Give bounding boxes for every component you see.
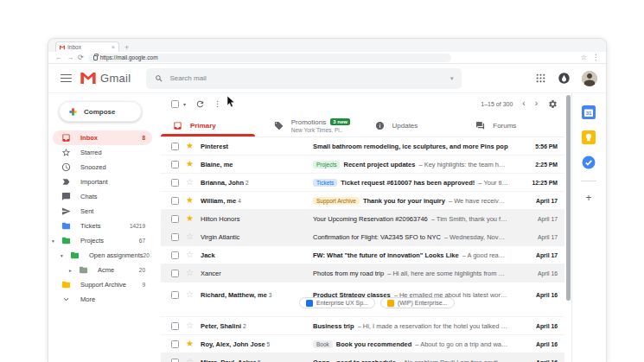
keep-icon[interactable]	[582, 130, 596, 144]
reload-icon[interactable]: ⟳	[78, 54, 84, 61]
sidebar-item-more[interactable]: More	[48, 292, 152, 307]
label-chip[interactable]: Projects	[313, 161, 340, 168]
tab-primary[interactable]: Primary	[161, 114, 262, 137]
address-bar[interactable]: https://mail.google.com	[88, 54, 451, 62]
email-row[interactable]: ☆Mizra, Paul, Asker5Oops... need to resc…	[161, 353, 564, 362]
email-checkbox[interactable]	[171, 251, 179, 259]
email-row[interactable]: ☆Richard, Matthew, me3Product Strategy c…	[161, 283, 564, 317]
email-subject: Small bathroom remodeling, ice sculpture…	[313, 143, 508, 150]
select-caret-icon[interactable]: ▾	[183, 101, 186, 107]
email-sender: Virgin Atlantic	[201, 233, 307, 241]
search-bar[interactable]: ▾	[146, 68, 462, 89]
email-checkbox[interactable]	[171, 322, 179, 330]
tab-promotions[interactable]: Promotions3 newNew York Times, Pi..	[262, 114, 363, 137]
tab-updates[interactable]: Updates	[363, 114, 464, 137]
expand-caret-icon[interactable]: ▾	[52, 238, 59, 244]
profile-avatar[interactable]	[582, 71, 597, 86]
compose-button[interactable]: Compose	[59, 101, 142, 122]
email-sender: Pinterest	[201, 143, 307, 150]
newer-page-icon[interactable]: ‹	[522, 99, 525, 108]
select-all-checkbox[interactable]	[171, 100, 179, 108]
email-checkbox[interactable]	[171, 197, 179, 205]
settings-gear-icon[interactable]	[547, 98, 558, 109]
scrollbar-thumb[interactable]	[566, 95, 571, 301]
email-checkbox[interactable]	[171, 233, 179, 241]
forward-icon[interactable]: →	[67, 54, 73, 61]
new-tab-button[interactable]: +	[124, 43, 129, 52]
sidebar-item-important[interactable]: Important	[48, 175, 152, 189]
email-row[interactable]: ★Roy, Alex, John Jose5BookBook you recom…	[161, 335, 564, 353]
browser-tab[interactable]: Inbox ×	[55, 41, 119, 52]
expand-caret-icon[interactable]: ▸	[69, 268, 76, 273]
clock-icon	[61, 162, 71, 173]
star-toggle-icon[interactable]: ☆	[185, 269, 194, 277]
star-toggle-icon[interactable]: ★	[185, 214, 194, 223]
sidebar-item-projects[interactable]: ▾Projects67	[48, 233, 152, 248]
sidebar-item-chats[interactable]: Chats	[48, 189, 152, 204]
tab-forums[interactable]: Forums	[463, 114, 564, 137]
email-subject: Book you recommended	[336, 340, 412, 348]
email-row[interactable]: ☆Peter, Shalini2Business trip– Hi, I mad…	[161, 317, 564, 335]
email-checkbox[interactable]	[171, 143, 179, 150]
bookmark-icon[interactable]: ☆	[581, 54, 587, 61]
search-options-caret-icon[interactable]: ▾	[450, 75, 454, 82]
email-row[interactable]: ★Blaine, meProjectsRecent project update…	[161, 156, 564, 174]
sidebar-item-sent[interactable]: Sent	[48, 204, 152, 219]
attachment-chip[interactable]: (WIP) Enterprise...	[380, 297, 455, 308]
star-toggle-icon[interactable]: ★	[185, 196, 194, 205]
apps-grid-icon[interactable]	[535, 73, 546, 84]
star-toggle-icon[interactable]: ★	[185, 160, 194, 168]
older-page-icon[interactable]: ›	[535, 99, 538, 108]
star-toggle-icon[interactable]: ★	[185, 142, 194, 150]
get-addons-icon[interactable]: +	[585, 193, 591, 203]
email-row[interactable]: ☆Brianna, John2TicketsTicket request #61…	[161, 174, 564, 192]
calendar-icon[interactable]: 31	[582, 105, 596, 119]
email-row[interactable]: ★William, me4Support ArchiveThank you fo…	[161, 192, 564, 210]
back-icon[interactable]: ←	[55, 54, 62, 61]
label-chip[interactable]: Support Archive	[313, 197, 360, 205]
label-chip[interactable]: Tickets	[313, 179, 337, 187]
gmail-logo: Gmail	[80, 72, 131, 85]
header-circle-icon[interactable]	[558, 72, 571, 85]
email-row[interactable]: ☆Virgin AtlanticConfirmation for Flight:…	[161, 228, 564, 246]
sidebar-item-support-archive[interactable]: Support Archive9	[48, 277, 152, 292]
hamburger-menu-icon[interactable]	[61, 74, 72, 83]
email-snippet: – Hi, I made a reservation for the hotel…	[358, 322, 508, 330]
star-toggle-icon[interactable]: ☆	[185, 251, 194, 259]
email-checkbox[interactable]	[171, 270, 179, 277]
search-input[interactable]	[169, 74, 443, 82]
star-toggle-icon[interactable]: ☆	[185, 321, 194, 330]
label-chip[interactable]: Book	[313, 340, 333, 348]
email-checkbox[interactable]	[171, 161, 179, 168]
email-row[interactable]: ☆JackFW: What "the future of innovation"…	[161, 246, 564, 264]
more-options-icon[interactable]: ⋮	[214, 99, 221, 108]
sidebar-item-acme[interactable]: ▸Acme20	[48, 263, 152, 277]
tasks-icon[interactable]	[582, 156, 596, 169]
star-icon	[61, 148, 71, 158]
refresh-icon[interactable]	[194, 98, 205, 109]
expand-caret-icon[interactable]: ▾	[61, 253, 67, 258]
sidebar: Compose Inbox8StarredSnoozedImportantCha…	[48, 93, 161, 362]
star-toggle-icon[interactable]: ☆	[185, 358, 194, 362]
email-checkbox[interactable]	[171, 359, 179, 362]
inbox-icon	[173, 120, 183, 130]
sidebar-item-tickets[interactable]: Tickets14219	[48, 219, 152, 233]
main-area: ▾ ⋮ 1–15 of 300 ‹ › PrimaryPromotions3 n…	[161, 93, 564, 362]
attachment-chip[interactable]: Enterprise UX Sp...	[299, 297, 375, 308]
browser-menu-icon[interactable]: ⋮	[592, 54, 599, 61]
sidebar-item-starred[interactable]: Starred	[48, 145, 152, 160]
star-toggle-icon[interactable]: ☆	[185, 232, 194, 241]
sidebar-item-open-assignments[interactable]: ▾Open assignments20	[48, 248, 152, 263]
star-toggle-icon[interactable]: ★	[185, 340, 194, 348]
email-row[interactable]: ★PinterestSmall bathroom remodeling, ice…	[161, 137, 564, 156]
star-toggle-icon[interactable]: ☆	[185, 178, 194, 187]
email-row[interactable]: ★Hilton HonorsYour Upcoming Reservation …	[161, 210, 564, 228]
email-checkbox[interactable]	[171, 340, 179, 348]
close-tab-icon[interactable]: ×	[112, 44, 115, 50]
email-checkbox[interactable]	[171, 215, 179, 223]
sidebar-item-snoozed[interactable]: Snoozed	[48, 160, 152, 175]
sidebar-item-inbox[interactable]: Inbox8	[53, 130, 152, 145]
list-scrollbar[interactable]	[564, 93, 571, 362]
email-row[interactable]: ☆XancerPhotos from my road trip– Hi all,…	[161, 264, 564, 283]
email-checkbox[interactable]	[171, 179, 179, 187]
